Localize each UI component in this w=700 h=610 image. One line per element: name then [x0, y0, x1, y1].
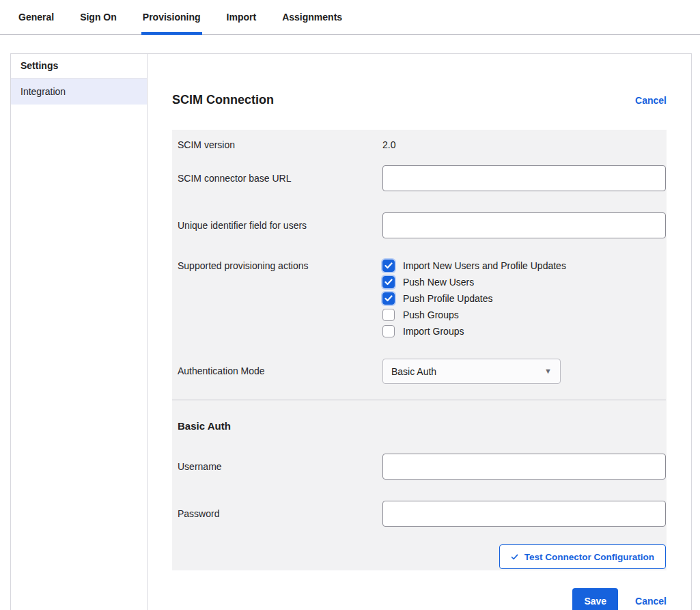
check-icon	[384, 295, 393, 302]
provisioning-panel: Settings Integration SCIM Connection Can…	[10, 53, 692, 610]
username-input[interactable]	[382, 454, 666, 480]
check-icon	[384, 279, 393, 286]
chevron-down-icon: ▼	[544, 368, 552, 375]
checkbox-push-groups[interactable]	[382, 309, 395, 321]
base-url-row: SCIM connector base URL	[178, 161, 666, 191]
sidebar-item-integration[interactable]: Integration	[11, 79, 147, 105]
username-label: Username	[178, 454, 382, 480]
cancel-link-bottom[interactable]: Cancel	[635, 596, 667, 607]
tab-provisioning[interactable]: Provisioning	[141, 0, 202, 34]
checkbox-push-new-users[interactable]	[382, 276, 395, 288]
page-title: SCIM Connection	[172, 93, 274, 107]
scim-connection-content: SCIM Connection Cancel SCIM version 2.0 …	[148, 54, 691, 610]
scim-form: SCIM version 2.0 SCIM connector base URL…	[172, 130, 667, 570]
base-url-label: SCIM connector base URL	[178, 165, 382, 191]
basic-auth-heading: Basic Auth	[178, 420, 666, 432]
scim-version-value: 2.0	[382, 139, 666, 151]
unique-id-input[interactable]	[382, 212, 666, 238]
action-row-push-profile-updates: Push Profile Updates	[382, 290, 666, 307]
content-header: SCIM Connection Cancel	[172, 93, 667, 107]
unique-id-row: Unique identifier field for users	[178, 208, 666, 238]
tab-import[interactable]: Import	[225, 0, 258, 34]
provisioning-actions-row: Supported provisioning actions Import Ne…	[178, 255, 666, 339]
action-row-push-new-users: Push New Users	[382, 274, 666, 290]
test-connector-row: Test Connector Configuration	[178, 543, 666, 569]
check-icon	[511, 554, 518, 560]
password-row: Password	[178, 496, 666, 527]
checkbox-label: Import Groups	[403, 326, 464, 337]
checkbox-import-groups[interactable]	[382, 325, 395, 337]
auth-mode-selected-value: Basic Auth	[391, 366, 436, 377]
tab-general[interactable]: General	[17, 0, 55, 34]
password-input[interactable]	[382, 501, 666, 527]
password-label: Password	[178, 501, 382, 527]
provisioning-actions-label: Supported provisioning actions	[178, 258, 382, 339]
action-row-push-groups: Push Groups	[382, 307, 666, 323]
check-icon	[384, 262, 393, 269]
checkbox-label: Push Groups	[403, 309, 459, 320]
sidebar-header-settings: Settings	[11, 54, 147, 79]
save-button[interactable]: Save	[572, 588, 618, 610]
auth-mode-select[interactable]: Basic Auth ▼	[382, 359, 561, 384]
cancel-link-top[interactable]: Cancel	[635, 95, 667, 106]
test-connector-button[interactable]: Test Connector Configuration	[499, 544, 666, 569]
checkbox-label: Push Profile Updates	[403, 293, 493, 304]
scim-version-label: SCIM version	[178, 139, 382, 151]
checkbox-label: Push New Users	[403, 277, 474, 288]
unique-id-label: Unique identifier field for users	[178, 212, 382, 238]
action-row-import-groups: Import Groups	[382, 323, 666, 339]
form-actions: Save Cancel	[172, 588, 667, 610]
username-row: Username	[178, 449, 666, 480]
section-divider	[172, 400, 666, 400]
checkbox-label: Import New Users and Profile Updates	[403, 260, 566, 271]
auth-mode-row: Authentication Mode Basic Auth ▼	[178, 339, 666, 384]
action-row-import-users: Import New Users and Profile Updates	[382, 258, 666, 274]
settings-sidebar: Settings Integration	[11, 54, 148, 610]
tab-assignments[interactable]: Assignments	[281, 0, 344, 34]
scim-version-row: SCIM version 2.0	[178, 130, 666, 161]
checkbox-push-profile-updates[interactable]	[382, 292, 395, 305]
auth-mode-label: Authentication Mode	[178, 359, 382, 384]
tab-sign-on[interactable]: Sign On	[79, 0, 118, 34]
base-url-input[interactable]	[382, 165, 666, 191]
app-tab-bar: General Sign On Provisioning Import Assi…	[0, 0, 700, 35]
checkbox-import-new-users[interactable]	[382, 260, 395, 272]
